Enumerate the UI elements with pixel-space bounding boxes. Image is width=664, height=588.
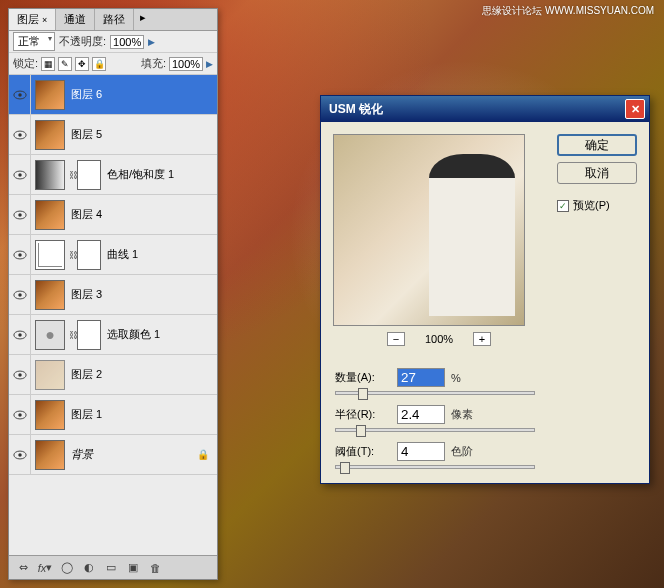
layer-row[interactable]: ⛓色相/饱和度 1 <box>9 155 217 195</box>
layer-row[interactable]: ⛓曲线 1 <box>9 235 217 275</box>
visibility-toggle[interactable] <box>9 395 31 434</box>
tab-channels[interactable]: 通道 <box>56 9 95 30</box>
usm-sharpen-dialog: USM 锐化 ✕ − 100% + 确定 取消 ✓ 预览(P) 数量(A): % <box>320 95 650 484</box>
eye-icon <box>13 410 27 420</box>
visibility-toggle[interactable] <box>9 195 31 234</box>
preview-image[interactable] <box>333 134 525 326</box>
visibility-toggle[interactable] <box>9 115 31 154</box>
threshold-label: 阈值(T): <box>335 444 391 459</box>
panel-menu-icon[interactable]: ▸ <box>136 9 150 30</box>
visibility-toggle[interactable] <box>9 155 31 194</box>
layer-row[interactable]: ⛓选取颜色 1 <box>9 315 217 355</box>
radius-unit: 像素 <box>451 407 473 422</box>
link-layers-icon[interactable]: ⇔ <box>15 560 31 576</box>
visibility-toggle[interactable] <box>9 355 31 394</box>
layer-name[interactable]: 图层 2 <box>69 367 217 382</box>
layer-row[interactable]: 图层 1 <box>9 395 217 435</box>
svg-point-1 <box>18 93 22 97</box>
mask-link-icon[interactable]: ⛓ <box>69 329 77 341</box>
eye-icon <box>13 170 27 180</box>
layer-thumbnail[interactable] <box>35 80 65 110</box>
visibility-toggle[interactable] <box>9 235 31 274</box>
preview-label: 预览(P) <box>573 198 610 213</box>
opacity-flyout-icon[interactable]: ▶ <box>148 37 155 47</box>
layer-name[interactable]: 图层 1 <box>69 407 217 422</box>
delete-layer-icon[interactable]: 🗑 <box>147 560 163 576</box>
blend-mode-dropdown[interactable]: 正常 <box>13 32 55 51</box>
lock-transparency-icon[interactable]: ▦ <box>41 57 55 71</box>
layer-row[interactable]: 图层 6 <box>9 75 217 115</box>
amount-slider[interactable] <box>335 391 535 395</box>
mask-thumbnail[interactable] <box>77 320 101 350</box>
layer-row[interactable]: 图层 5 <box>9 115 217 155</box>
layer-name[interactable]: 图层 6 <box>69 87 217 102</box>
lock-icon: 🔒 <box>197 449 211 460</box>
adjustment-layer-icon[interactable]: ◐ <box>81 560 97 576</box>
ok-button[interactable]: 确定 <box>557 134 637 156</box>
layer-row[interactable]: 图层 3 <box>9 275 217 315</box>
opacity-input[interactable]: 100% <box>110 35 144 49</box>
layer-thumbnail[interactable] <box>35 400 65 430</box>
visibility-toggle[interactable] <box>9 315 31 354</box>
lock-position-icon[interactable]: ✥ <box>75 57 89 71</box>
eye-icon <box>13 210 27 220</box>
layer-style-icon[interactable]: fx▾ <box>37 560 53 576</box>
layer-name[interactable]: 色相/饱和度 1 <box>105 167 217 182</box>
eye-icon <box>13 330 27 340</box>
fill-flyout-icon[interactable]: ▶ <box>206 59 213 69</box>
layer-thumbnail[interactable] <box>35 120 65 150</box>
layer-name[interactable]: 背景 <box>69 447 197 462</box>
layer-thumbnail[interactable] <box>35 280 65 310</box>
lock-pixels-icon[interactable]: ✎ <box>58 57 72 71</box>
layer-thumbnail[interactable] <box>35 440 65 470</box>
eye-icon <box>13 290 27 300</box>
threshold-slider[interactable] <box>335 465 535 469</box>
mask-thumbnail[interactable] <box>77 240 101 270</box>
layer-row[interactable]: 背景🔒 <box>9 435 217 475</box>
lock-fill-row: 锁定: ▦ ✎ ✥ 🔒 填充: 100% ▶ <box>9 53 217 75</box>
zoom-out-button[interactable]: − <box>387 332 405 346</box>
layer-thumbnail[interactable] <box>35 160 65 190</box>
radius-input[interactable] <box>397 405 445 424</box>
lock-all-icon[interactable]: 🔒 <box>92 57 106 71</box>
new-layer-icon[interactable]: ▣ <box>125 560 141 576</box>
lock-label: 锁定: <box>13 56 38 71</box>
dialog-titlebar[interactable]: USM 锐化 ✕ <box>321 96 649 122</box>
layer-name[interactable]: 曲线 1 <box>105 247 217 262</box>
layer-row[interactable]: 图层 4 <box>9 195 217 235</box>
svg-point-5 <box>18 173 22 177</box>
layer-thumbnail[interactable] <box>35 240 65 270</box>
visibility-toggle[interactable] <box>9 435 31 474</box>
amount-label: 数量(A): <box>335 370 391 385</box>
layer-name[interactable]: 图层 5 <box>69 127 217 142</box>
layer-thumbnail[interactable] <box>35 320 65 350</box>
zoom-in-button[interactable]: + <box>473 332 491 346</box>
mask-link-icon[interactable]: ⛓ <box>69 249 77 261</box>
layer-row[interactable]: 图层 2 <box>9 355 217 395</box>
preview-checkbox[interactable]: ✓ <box>557 200 569 212</box>
layer-thumbnail[interactable] <box>35 360 65 390</box>
layer-name[interactable]: 选取颜色 1 <box>105 327 217 342</box>
visibility-toggle[interactable] <box>9 75 31 114</box>
amount-input[interactable] <box>397 368 445 387</box>
add-mask-icon[interactable]: ◯ <box>59 560 75 576</box>
new-group-icon[interactable]: ▭ <box>103 560 119 576</box>
layer-name[interactable]: 图层 3 <box>69 287 217 302</box>
dialog-title-text: USM 锐化 <box>329 101 383 118</box>
fill-label: 填充: <box>141 56 166 71</box>
threshold-input[interactable] <box>397 442 445 461</box>
layer-name[interactable]: 图层 4 <box>69 207 217 222</box>
fill-input[interactable]: 100% <box>169 57 203 71</box>
close-icon[interactable]: ✕ <box>625 99 645 119</box>
visibility-toggle[interactable] <box>9 275 31 314</box>
mask-thumbnail[interactable] <box>77 160 101 190</box>
tab-paths[interactable]: 路径 <box>95 9 134 30</box>
radius-slider[interactable] <box>335 428 535 432</box>
layer-list: 图层 6图层 5⛓色相/饱和度 1图层 4⛓曲线 1图层 3⛓选取颜色 1图层 … <box>9 75 217 553</box>
tab-layers[interactable]: 图层 × <box>9 9 56 30</box>
cancel-button[interactable]: 取消 <box>557 162 637 184</box>
mask-link-icon[interactable]: ⛓ <box>69 169 77 181</box>
amount-unit: % <box>451 372 461 384</box>
layer-thumbnail[interactable] <box>35 200 65 230</box>
svg-point-7 <box>18 213 22 217</box>
